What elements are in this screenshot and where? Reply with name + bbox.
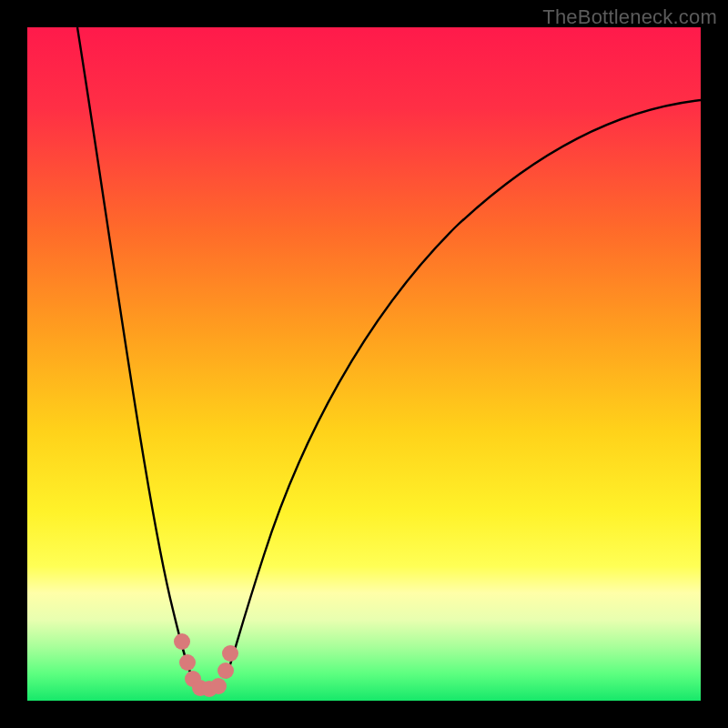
marker-dot [217,662,234,679]
plot-area [27,27,701,701]
chart-frame: TheBottleneck.com [0,0,728,728]
watermark-text: TheBottleneck.com [542,5,717,29]
marker-dot [210,678,227,694]
marker-dot [179,654,196,671]
chart-svg [27,27,701,701]
marker-dot [222,645,238,662]
marker-dot [174,633,190,650]
